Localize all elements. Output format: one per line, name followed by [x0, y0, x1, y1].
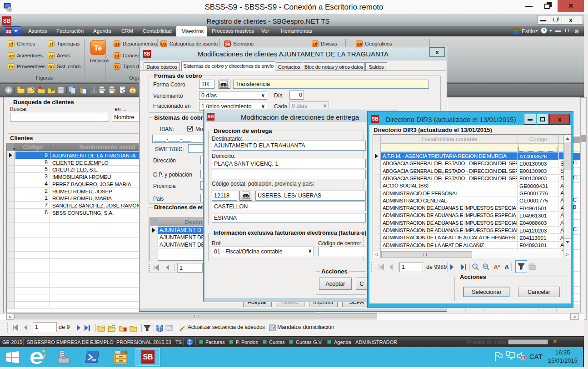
svg-text:a: a	[498, 263, 501, 268]
svg-text:A: A	[504, 263, 509, 271]
svg-text:A: A	[493, 263, 498, 271]
